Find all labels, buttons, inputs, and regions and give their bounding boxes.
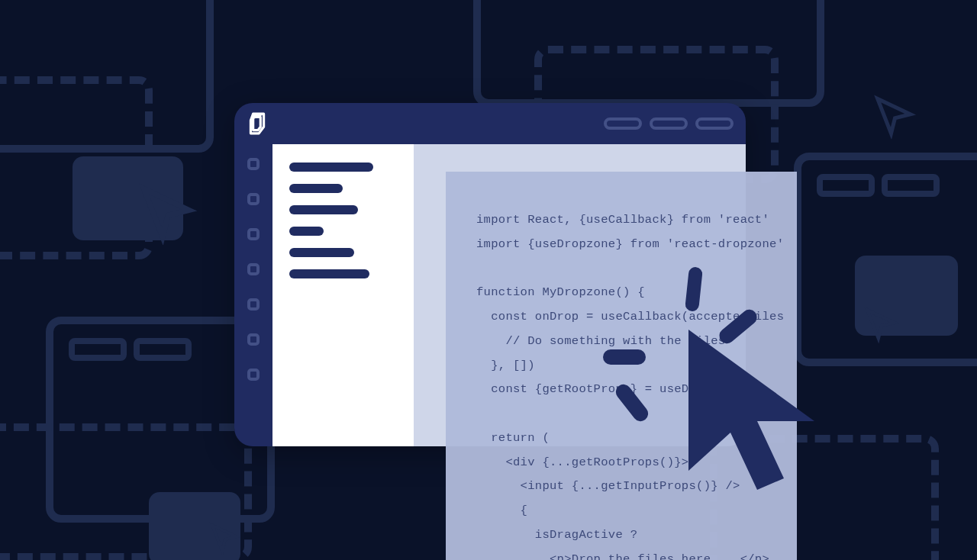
cursor-icon: [863, 305, 901, 347]
file-item[interactable]: [289, 205, 358, 214]
file-item[interactable]: [289, 248, 354, 257]
window-control-button[interactable]: [695, 117, 734, 130]
activity-icon[interactable]: [247, 369, 260, 381]
cursor-icon: [136, 181, 200, 250]
cursor-icon: [208, 521, 243, 559]
file-item[interactable]: [289, 163, 373, 172]
file-item[interactable]: [289, 269, 369, 278]
activity-icon[interactable]: [247, 193, 260, 205]
cursor-icon: [872, 93, 918, 143]
titlebar: [234, 103, 746, 144]
activity-icon[interactable]: [247, 263, 260, 275]
activity-icon[interactable]: [247, 158, 260, 170]
window-controls: [604, 117, 734, 130]
file-item[interactable]: [289, 227, 324, 236]
activity-icon[interactable]: [247, 228, 260, 240]
code-content: import React, {useCallback} from 'react'…: [476, 208, 797, 560]
code-snippet-panel: import React, {useCallback} from 'react'…: [446, 172, 797, 560]
file-item[interactable]: [289, 184, 343, 193]
window-control-button[interactable]: [604, 117, 642, 130]
activity-bar: [234, 144, 272, 446]
file-explorer: [272, 144, 414, 446]
app-logo-icon: [247, 112, 268, 135]
activity-icon[interactable]: [247, 298, 260, 311]
activity-icon[interactable]: [247, 333, 260, 346]
window-control-button[interactable]: [650, 117, 688, 130]
